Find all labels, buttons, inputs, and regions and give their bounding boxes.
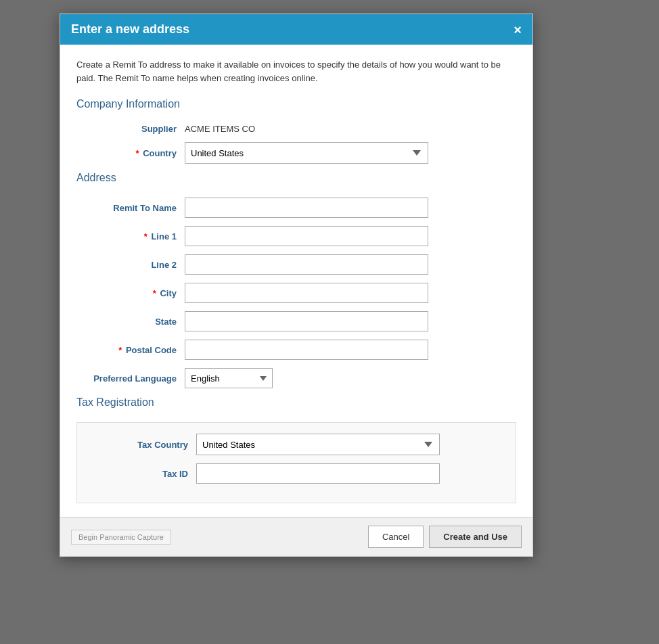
- tax-country-row: Tax Country United States Canada United …: [88, 434, 505, 455]
- country-row: * Country United States Canada United Ki…: [76, 142, 516, 164]
- remit-to-name-label: Remit To Name: [76, 203, 185, 213]
- line2-input[interactable]: [185, 254, 428, 275]
- tax-id-label: Tax ID: [88, 469, 196, 479]
- state-label: State: [76, 317, 185, 327]
- remit-to-name-row: Remit To Name: [76, 198, 516, 218]
- country-required-star: *: [135, 148, 139, 158]
- supplier-row: Supplier ACME ITEMS CO: [76, 124, 516, 134]
- postal-code-input[interactable]: [185, 340, 428, 360]
- modal-body: Create a Remit To address to make it ava…: [60, 45, 532, 517]
- modal-title: Enter a new address: [71, 22, 189, 37]
- supplier-value: ACME ITEMS CO: [185, 124, 255, 134]
- address-section-heading: Address: [76, 172, 516, 187]
- tax-inner-box: Tax Country United States Canada United …: [76, 422, 516, 503]
- footer-left: Begin Panoramic Capture: [71, 530, 171, 545]
- line2-row: Line 2: [76, 254, 516, 275]
- tax-id-input[interactable]: [196, 463, 440, 484]
- company-section-heading: Company Information: [76, 98, 516, 113]
- modal-footer: Begin Panoramic Capture Cancel Create an…: [60, 517, 532, 556]
- tax-id-row: Tax ID: [88, 463, 505, 484]
- modal-dialog: Enter a new address × Create a Remit To …: [60, 14, 533, 557]
- line1-label: * Line 1: [76, 231, 185, 242]
- modal-header: Enter a new address ×: [60, 14, 532, 45]
- intro-text: Create a Remit To address to make it ava…: [76, 58, 516, 85]
- state-row: State: [76, 311, 516, 331]
- city-input[interactable]: [185, 283, 428, 303]
- address-section: Address Remit To Name * Line 1 Line 2 *: [76, 172, 516, 388]
- preferred-language-select[interactable]: English Spanish French German Portuguese: [185, 368, 273, 388]
- panoramic-capture-button[interactable]: Begin Panoramic Capture: [71, 530, 171, 545]
- country-label: * Country: [76, 148, 185, 158]
- tax-country-select[interactable]: United States Canada United Kingdom Aust…: [196, 434, 440, 455]
- country-select[interactable]: United States Canada United Kingdom Aust…: [185, 142, 428, 164]
- line1-input[interactable]: [185, 226, 428, 246]
- city-row: * City: [76, 283, 516, 303]
- city-label: * City: [76, 288, 185, 298]
- postal-code-row: * Postal Code: [76, 340, 516, 360]
- preferred-language-label: Preferred Language: [76, 373, 185, 384]
- tax-registration-section: Tax Registration Tax Country United Stat…: [76, 396, 516, 503]
- create-and-use-button[interactable]: Create and Use: [429, 526, 522, 548]
- tax-section-heading: Tax Registration: [76, 396, 516, 411]
- line2-label: Line 2: [76, 260, 185, 270]
- state-input[interactable]: [185, 311, 428, 331]
- remit-to-name-input[interactable]: [185, 198, 428, 218]
- line1-required-star: *: [144, 231, 147, 242]
- city-required-star: *: [153, 288, 156, 298]
- footer-button-group: Cancel Create and Use: [368, 526, 522, 548]
- postal-code-label: * Postal Code: [76, 345, 185, 355]
- preferred-language-row: Preferred Language English Spanish Frenc…: [76, 368, 516, 388]
- tax-country-label: Tax Country: [88, 440, 196, 450]
- postal-required-star: *: [118, 345, 122, 355]
- modal-close-button[interactable]: ×: [514, 23, 522, 37]
- line1-row: * Line 1: [76, 226, 516, 246]
- company-information-section: Company Information Supplier ACME ITEMS …: [76, 98, 516, 164]
- supplier-label: Supplier: [76, 124, 185, 134]
- cancel-button[interactable]: Cancel: [368, 526, 424, 548]
